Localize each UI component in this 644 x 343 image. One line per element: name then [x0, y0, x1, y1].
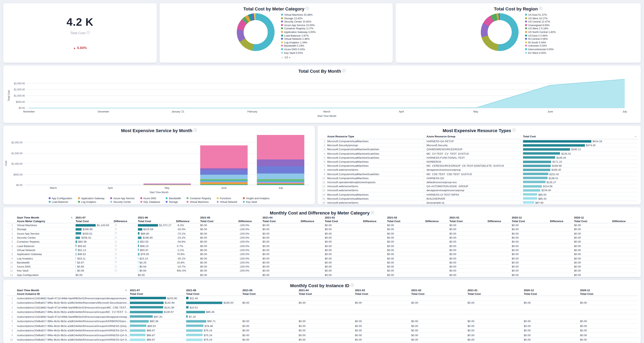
- total-cost-cell[interactable]: $0.00: [325, 228, 363, 231]
- legend-item[interactable]: Container Registry 3.17%: [281, 27, 316, 30]
- total-cost-cell[interactable]: $0.00: [242, 302, 299, 304]
- difference-cell[interactable]: -100.0%: [238, 269, 262, 272]
- total-cost-cell[interactable]: $0.00: [468, 334, 524, 337]
- total-cost-cell[interactable]: $97.20: [130, 315, 186, 318]
- total-cost-cell[interactable]: $168.98: [520, 164, 638, 167]
- total-cost-cell[interactable]: $0.00: [387, 265, 425, 268]
- difference-cell[interactable]: -100.0%: [238, 265, 262, 268]
- total-cost-cell[interactable]: $10.51: [186, 306, 242, 309]
- total-cost-cell[interactable]: $0.00: [262, 244, 301, 247]
- total-cost-cell[interactable]: $0.00: [468, 325, 524, 327]
- row-dimension-header[interactable]: Azure Instance ID: [6, 292, 130, 295]
- difference-header[interactable]: Difference: [425, 220, 450, 223]
- difference-cell[interactable]: -73.1%: [176, 232, 200, 235]
- total-cost-cell[interactable]: $171.10: [520, 160, 638, 163]
- legend-item[interactable]: Azure App Service 10.00%: [281, 24, 316, 26]
- total-cost-header[interactable]: Total Cost: [242, 292, 299, 295]
- bar-segment[interactable]: [200, 183, 248, 184]
- total-cost-cell[interactable]: $0.00: [387, 236, 425, 239]
- total-cost-cell[interactable]: $0.00: [262, 261, 301, 264]
- total-cost-cell[interactable]: $0.00: [325, 261, 363, 264]
- total-cost-cell[interactable]: $0.00: [355, 302, 411, 304]
- chevron-left-icon[interactable]: ‹: [71, 216, 72, 219]
- total-cost-cell[interactable]: $0.00: [200, 244, 238, 247]
- total-cost-cell[interactable]: $0.00: [450, 257, 488, 260]
- total-cost-cell[interactable]: $135.27: [520, 181, 638, 184]
- difference-cell[interactable]: ∅: [114, 257, 138, 260]
- resource-group-cell[interactable]: HARNESS-UI-TEST-INFRA: [424, 193, 520, 196]
- total-cost-header[interactable]: Total Cost: [524, 292, 580, 295]
- total-cost-cell[interactable]: $104.40: [520, 189, 638, 192]
- total-cost-cell[interactable]: $0.00: [387, 261, 425, 264]
- bar-segment[interactable]: [200, 170, 248, 175]
- total-cost-cell[interactable]: $153.90: [130, 297, 186, 300]
- legend-item[interactable]: Storage 13.42%: [281, 17, 316, 19]
- table-row[interactable]: 4Security Center$256.42∅$196.90-23.2%$0.…: [6, 236, 638, 240]
- table-row[interactable]: 9Log Analytics$33.11∅$23.14-30.1%$0.00-1…: [6, 257, 638, 261]
- total-cost-cell[interactable]: $0.00: [574, 232, 612, 235]
- total-cost-cell[interactable]: $0.00: [262, 224, 301, 227]
- total-cost-cell[interactable]: $0.00: [574, 261, 612, 264]
- total-cost-cell[interactable]: $0.00: [574, 269, 612, 272]
- difference-cell[interactable]: 0.7%: [176, 244, 200, 247]
- total-cost-cell[interactable]: $0.00: [512, 261, 550, 264]
- table-row[interactable]: 2Storage$336.85∅$225.59-33.0%$0.00-100.0…: [6, 228, 638, 232]
- sort-caret-icon[interactable]: ⌄: [634, 135, 638, 138]
- difference-cell[interactable]: ∅: [114, 265, 138, 268]
- total-cost-cell[interactable]: $256.42: [76, 236, 114, 239]
- total-cost-header[interactable]: Total Cost: [325, 220, 363, 223]
- bar-segment[interactable]: [257, 166, 304, 174]
- table-row[interactable]: 9Microsoft.Compute/virtualMachineScaleSe…: [321, 172, 638, 176]
- total-cost-cell[interactable]: $0.00: [411, 329, 468, 332]
- table-row[interactable]: 6Load Balancer$55.82∅$56.230.7%$0.00-100…: [6, 244, 638, 248]
- resource-type-cell[interactable]: Microsoft.Compute/virtualMachines: [327, 140, 424, 143]
- month-header[interactable]: 2021-04: [262, 216, 325, 219]
- table-row[interactable]: 12Key Vault$0.08∅$0.64691.0%$0.00-100.0%…: [6, 269, 638, 273]
- legend-item[interactable]: IN South 0.04%: [525, 41, 556, 44]
- total-cost-cell[interactable]: $0.00: [262, 228, 301, 231]
- total-cost-cell[interactable]: $0.00: [262, 257, 301, 260]
- table-row[interactable]: 8/subscriptions/20d6a917-99fa-4b1b-9b2e-…: [6, 328, 638, 333]
- total-cost-cell[interactable]: $66.67: [130, 329, 186, 332]
- total-cost-cell[interactable]: $0.00: [138, 273, 176, 276]
- total-cost-cell[interactable]: $139.57: [130, 311, 186, 314]
- total-cost-cell[interactable]: $0.00: [299, 334, 355, 337]
- difference-cell[interactable]: 691.0%: [176, 269, 200, 272]
- caret-down-icon[interactable]: ▾: [289, 56, 290, 58]
- total-cost-cell[interactable]: $0.00: [512, 232, 550, 235]
- legend-item[interactable]: Key Vault: [243, 200, 270, 203]
- total-cost-cell[interactable]: $0.00: [200, 269, 238, 272]
- total-cost-cell[interactable]: $225.02: [520, 152, 638, 155]
- resource-type-cell[interactable]: Microsoft.Compute/virtualMachineScaleSet…: [327, 148, 424, 151]
- difference-cell[interactable]: -100.0%: [238, 249, 262, 251]
- difference-cell[interactable]: -6.3%: [176, 224, 200, 227]
- difference-cell[interactable]: -2.2%: [176, 249, 200, 251]
- total-cost-cell[interactable]: $0.00: [76, 273, 114, 276]
- table-row[interactable]: 15Microsoft.Compute/virtualMachinesBUILD…: [321, 197, 638, 201]
- resource-type-cell[interactable]: microsoft.web/serverfarms: [327, 168, 424, 171]
- legend-item[interactable]: US West 19.17%: [525, 17, 556, 19]
- table-row[interactable]: 5Container Registry$80.36∅$52.53-34.6%$0…: [6, 240, 638, 244]
- total-cost-cell[interactable]: $66.67: [130, 339, 186, 341]
- total-cost-cell[interactable]: $88.80: [138, 232, 176, 235]
- total-cost-cell[interactable]: $0.00: [580, 302, 636, 304]
- legend-item[interactable]: Security Center: [110, 200, 134, 203]
- total-cost-cell[interactable]: $0.00: [574, 253, 612, 256]
- table-row[interactable]: 11Azure DNS$0.65∅$0.54-15.7%$0.00-100.0%…: [6, 265, 638, 269]
- month-header[interactable]: 2021-04: [299, 289, 355, 291]
- total-cost-cell[interactable]: $0.00: [574, 257, 612, 260]
- legend-item[interactable]: Log Analytics: [78, 200, 104, 203]
- table-row[interactable]: 5Microsoft.Compute/virtualMachineScaleSe…: [321, 156, 638, 160]
- total-cost-cell[interactable]: $1,072.17: [138, 224, 176, 227]
- total-cost-cell[interactable]: $0.00: [512, 236, 550, 239]
- info-icon[interactable]: ⓘ: [539, 6, 542, 11]
- difference-cell[interactable]: 15.8%: [176, 261, 200, 264]
- total-cost-cell[interactable]: $0.00: [450, 232, 488, 235]
- total-cost-cell[interactable]: $75.24: [186, 334, 242, 337]
- difference-header[interactable]: Difference: [612, 220, 636, 223]
- legend-item[interactable]: Azure App Service: [110, 197, 134, 200]
- table-row[interactable]: 7Virtual Network$52.13∅$50.97-2.2%$0.00-…: [6, 248, 638, 252]
- total-cost-cell[interactable]: $69.53: [130, 325, 186, 327]
- resource-type-cell[interactable]: Microsoft.Compute/virtualMachineScaleSet…: [327, 156, 424, 159]
- legend-item[interactable]: Virtual Network 2.46%: [281, 37, 316, 40]
